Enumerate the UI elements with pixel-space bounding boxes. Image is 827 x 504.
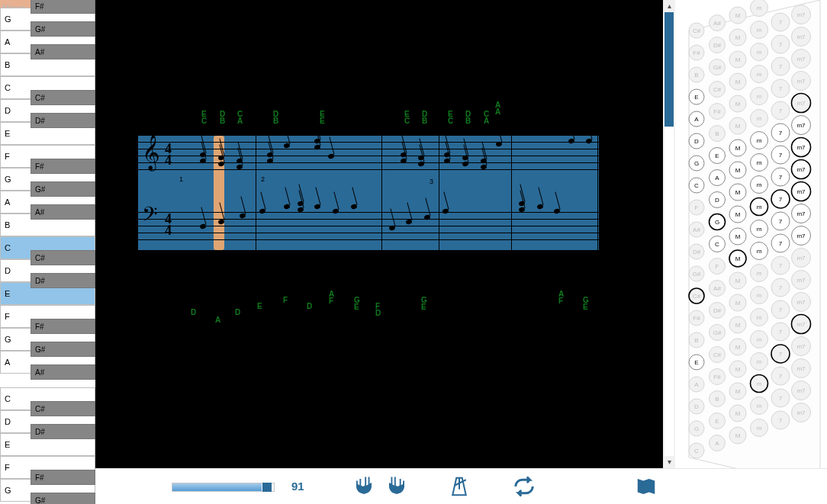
- accordion-button[interactable]: D#: [710, 37, 726, 53]
- accordion-button[interactable]: m7: [792, 94, 811, 113]
- accordion-button[interactable]: F#: [689, 45, 704, 60]
- accordion-button[interactable]: m: [751, 220, 768, 238]
- scroll-down-icon[interactable]: ▾: [663, 456, 675, 468]
- accordion-button[interactable]: m: [751, 43, 768, 61]
- accordion-button[interactable]: m: [751, 397, 768, 415]
- piano-key-F#[interactable]: F#: [31, 159, 95, 174]
- accordion-button[interactable]: 7: [771, 411, 790, 429]
- accordion-button[interactable]: m: [751, 110, 768, 127]
- accordion-button[interactable]: 7: [771, 367, 790, 385]
- accordion-button[interactable]: 7: [771, 212, 790, 230]
- accordion-button[interactable]: 7: [771, 300, 790, 319]
- accordion-button[interactable]: C#: [710, 347, 726, 363]
- accordion-button[interactable]: m7: [792, 27, 811, 47]
- accordion-button[interactable]: B: [689, 67, 704, 82]
- accordion-button[interactable]: F#: [710, 104, 726, 120]
- accordion-button[interactable]: m: [751, 154, 768, 172]
- accordion-button[interactable]: D: [689, 399, 704, 414]
- piano-key-C#[interactable]: C#: [31, 90, 95, 105]
- accordion-button[interactable]: C: [710, 236, 726, 252]
- accordion-button[interactable]: 7: [771, 278, 790, 297]
- accordion-button[interactable]: m7: [792, 204, 811, 223]
- accordion-button[interactable]: m: [751, 21, 768, 39]
- accordion-button[interactable]: m7: [792, 5, 811, 24]
- accordion-button[interactable]: m: [751, 198, 768, 216]
- accordion-button[interactable]: E: [710, 148, 726, 164]
- accordion-button[interactable]: m7: [792, 50, 811, 69]
- right-hand-button[interactable]: [384, 474, 410, 499]
- accordion-button[interactable]: M: [729, 228, 746, 245]
- accordion-button[interactable]: M: [729, 405, 746, 422]
- accordion-button[interactable]: M: [729, 250, 746, 267]
- map-button[interactable]: [633, 474, 659, 499]
- accordion-button[interactable]: m: [751, 88, 768, 105]
- accordion-button[interactable]: A: [689, 377, 704, 392]
- accordion-button[interactable]: G: [710, 214, 726, 230]
- accordion-button[interactable]: A: [689, 111, 704, 127]
- accordion-button[interactable]: B: [689, 332, 704, 348]
- accordion-button[interactable]: m7: [792, 72, 811, 91]
- accordion-button[interactable]: M: [729, 7, 746, 24]
- accordion-button[interactable]: B: [710, 126, 726, 142]
- accordion-button[interactable]: G: [689, 156, 704, 171]
- accordion-button[interactable]: C: [689, 443, 704, 458]
- accordion-button[interactable]: D#: [689, 244, 704, 259]
- accordion-button[interactable]: m: [751, 176, 768, 194]
- accordion-button[interactable]: m7: [792, 249, 811, 268]
- accordion-button[interactable]: C: [689, 178, 704, 193]
- accordion-button[interactable]: m: [751, 0, 768, 17]
- accordion-button[interactable]: 7: [771, 345, 790, 363]
- accordion-button[interactable]: A#: [710, 15, 726, 31]
- accordion-button[interactable]: m7: [792, 160, 811, 179]
- accordion-button[interactable]: 7: [771, 101, 790, 120]
- accordion-button[interactable]: M: [729, 117, 746, 134]
- accordion-button[interactable]: m7: [792, 293, 811, 312]
- accordion-button[interactable]: m7: [792, 182, 811, 201]
- accordion-button[interactable]: m: [751, 375, 768, 393]
- accordion-button[interactable]: m7: [792, 315, 811, 334]
- accordion-button[interactable]: M: [729, 140, 746, 156]
- accordion-button[interactable]: F: [710, 258, 726, 274]
- score-scrollbar[interactable]: ▴ ▾: [663, 0, 675, 468]
- accordion-button[interactable]: 7: [771, 57, 790, 75]
- accordion-button[interactable]: 7: [771, 79, 790, 98]
- piano-key-D#[interactable]: D#: [31, 424, 95, 439]
- score-viewport[interactable]: 𝄞 𝄢 44 44 1 2 3 ECDBCADBEEECDBECDBCAAA D…: [95, 0, 675, 468]
- accordion-button[interactable]: B: [710, 391, 726, 407]
- accordion-button[interactable]: 7: [771, 323, 790, 341]
- accordion-button[interactable]: E: [689, 355, 704, 370]
- accordion-button[interactable]: M: [729, 206, 746, 223]
- accordion-button[interactable]: F#: [710, 369, 726, 385]
- accordion-button[interactable]: M: [729, 427, 746, 444]
- accordion-button[interactable]: m7: [792, 226, 811, 246]
- accordion-button[interactable]: m: [751, 419, 768, 437]
- accordion-button[interactable]: m: [751, 309, 768, 326]
- piano-key-G#[interactable]: G#: [31, 493, 95, 504]
- accordion-button[interactable]: M: [729, 95, 746, 112]
- accordion-button[interactable]: G: [689, 421, 704, 436]
- accordion-button[interactable]: m7: [792, 271, 811, 290]
- metronome-button[interactable]: [446, 474, 472, 499]
- accordion-button[interactable]: C#: [710, 82, 726, 98]
- accordion-button[interactable]: m: [751, 242, 768, 260]
- accordion-button[interactable]: 7: [771, 146, 790, 164]
- accordion-button[interactable]: m: [751, 265, 768, 282]
- accordion-button[interactable]: A#: [710, 281, 726, 297]
- accordion-button[interactable]: M: [729, 162, 746, 178]
- piano-key-G#[interactable]: G#: [31, 342, 95, 357]
- accordion-button[interactable]: 7: [771, 124, 790, 142]
- accordion-button[interactable]: A: [710, 170, 726, 186]
- piano-key-A#[interactable]: A#: [31, 364, 95, 380]
- accordion-button[interactable]: A#: [689, 222, 704, 237]
- accordion-button[interactable]: m: [751, 331, 768, 348]
- accordion-button[interactable]: 7: [771, 256, 790, 274]
- accordion-button[interactable]: A: [710, 435, 726, 451]
- piano-key-F#[interactable]: F#: [31, 0, 95, 14]
- piano-key-C#[interactable]: C#: [31, 401, 95, 416]
- accordion-button[interactable]: m7: [792, 337, 811, 356]
- accordion-button[interactable]: G#: [710, 325, 726, 341]
- accordion-button[interactable]: G#: [710, 59, 726, 75]
- accordion-button[interactable]: m: [751, 66, 768, 83]
- accordion-button[interactable]: M: [729, 29, 746, 46]
- accordion-button[interactable]: 7: [771, 234, 790, 252]
